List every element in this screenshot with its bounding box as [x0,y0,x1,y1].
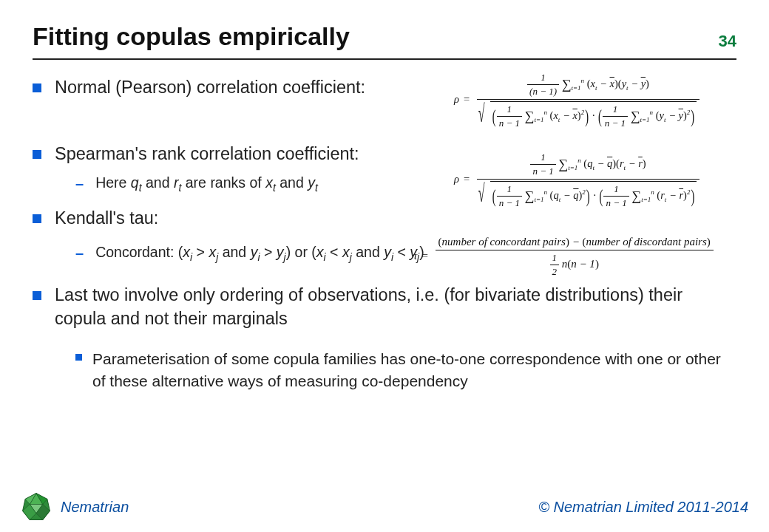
sub2-bullet-1-text: Parameterisation of some copula families… [92,348,736,392]
formula-spearman: ρ= 1n − 1 ∑t=1n (qt − q)(rt − r) (1n − 1… [454,151,750,209]
text-fragment: Here [95,174,131,191]
bullet-marker-icon [33,291,41,300]
text-fragment: Concordant: ( [95,244,183,260]
bullet-marker-icon [33,150,41,159]
var-yt: yt [308,174,318,191]
brand: Nematrian [21,491,129,522]
bullet-4: Last two involve only ordering of observ… [33,284,728,330]
text-fragment: ) or ( [286,244,316,260]
bullet-3: Kendall's tau: [33,207,447,231]
brand-name: Nematrian [61,499,129,516]
sub-bullet-2-text: Concordant: (xi > xj and yi > yj) or (xi… [95,244,424,263]
bullet-list: Kendall's tau: [33,207,736,231]
discordant-label: number of discordant pairs [586,236,707,248]
bullet-marker-icon [75,354,82,361]
sub2-bullet-1: Parameterisation of some copula families… [75,348,736,392]
page-number: 34 [719,32,736,51]
var-rt: rt [174,174,181,191]
text-fragment: < [393,244,410,260]
copyright: © Nematrian Limited 2011-2014 [538,499,748,516]
slide-footer: Nematrian © Nematrian Limited 2011-2014 [0,491,769,532]
text-fragment: > [260,244,277,260]
formula-pearson: ρ= 1(n − 1) ∑t=1n (xt − x)(yt − y) (1n −… [454,72,750,129]
bullet-1-text: Normal (Pearson) correlation coefficient… [55,76,365,100]
sub-bullet-1-text: Here qt and rt are ranks of xt and yt [95,174,318,194]
bullet-list: Last two involve only ordering of observ… [33,284,736,330]
var-xt: xt [265,174,276,191]
text-fragment: > [192,244,209,260]
logo-icon [21,491,52,522]
slide: Fitting copulas empirically 34 Normal (P… [0,0,769,532]
formula-kendall: τ= (number of concordant pairs) − (numbe… [413,236,753,278]
bullet-4-text: Last two involve only ordering of observ… [55,284,728,330]
bullet-marker-icon [33,83,41,92]
dash-icon: – [75,174,84,192]
bullet-marker-icon [33,214,41,223]
text-fragment: and [142,174,174,191]
slide-title: Fitting copulas empirically [33,22,350,51]
text-fragment: are ranks of [181,174,265,191]
text-fragment: and [218,244,250,260]
bullet-2: Spearman's rank correlation coefficient: [33,143,447,166]
text-fragment: < [326,244,342,260]
var-qt: qt [131,174,142,191]
sub-bullet-list-2: Parameterisation of some copula families… [75,348,736,392]
text-fragment: and [352,244,384,260]
slide-body: Normal (Pearson) correlation coefficient… [33,76,736,392]
bullet-2-text: Spearman's rank correlation coefficient: [55,143,359,166]
text-fragment: and [276,174,308,191]
dash-icon: – [75,244,84,262]
bullet-1: Normal (Pearson) correlation coefficient… [33,76,447,100]
concordant-label: number of concordant pairs [442,236,566,248]
slide-header: Fitting copulas empirically 34 [33,22,736,60]
bullet-3-text: Kendall's tau: [55,207,158,231]
